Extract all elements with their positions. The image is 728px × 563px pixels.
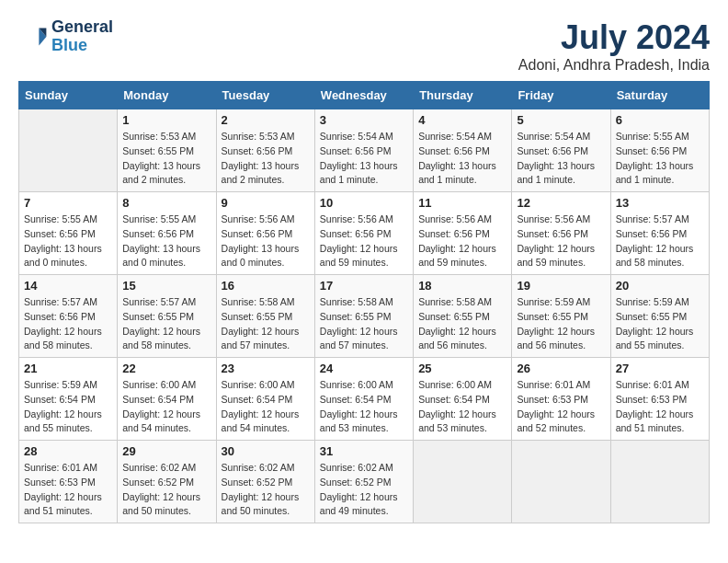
calendar-cell: 31Sunrise: 6:02 AM Sunset: 6:52 PM Dayli… (314, 441, 413, 523)
calendar-cell: 8Sunrise: 5:55 AM Sunset: 6:56 PM Daylig… (118, 192, 216, 275)
day-number: 18 (418, 279, 506, 293)
calendar-header: SundayMondayTuesdayWednesdayThursdayFrid… (19, 82, 710, 109)
day-number: 9 (222, 196, 310, 210)
day-info: Sunrise: 5:58 AM Sunset: 6:55 PM Dayligh… (418, 295, 506, 353)
weekday-row: SundayMondayTuesdayWednesdayThursdayFrid… (19, 82, 710, 109)
day-info: Sunrise: 6:01 AM Sunset: 6:53 PM Dayligh… (24, 461, 112, 519)
day-info: Sunrise: 5:58 AM Sunset: 6:55 PM Dayligh… (222, 295, 310, 353)
calendar-cell: 18Sunrise: 5:58 AM Sunset: 6:55 PM Dayli… (414, 275, 512, 358)
day-info: Sunrise: 5:53 AM Sunset: 6:55 PM Dayligh… (122, 130, 210, 188)
day-number: 20 (616, 279, 704, 293)
calendar-week-row: 28Sunrise: 6:01 AM Sunset: 6:53 PM Dayli… (19, 441, 710, 523)
page-header: General Blue July 2024 Adoni, Andhra Pra… (18, 18, 710, 74)
day-info: Sunrise: 5:55 AM Sunset: 6:56 PM Dayligh… (122, 213, 210, 270)
day-number: 31 (320, 444, 408, 458)
day-number: 19 (517, 279, 605, 293)
day-info: Sunrise: 6:02 AM Sunset: 6:52 PM Dayligh… (320, 461, 408, 519)
weekday-header: Saturday (610, 82, 709, 109)
day-info: Sunrise: 6:00 AM Sunset: 6:54 PM Dayligh… (418, 378, 506, 436)
day-info: Sunrise: 5:58 AM Sunset: 6:55 PM Dayligh… (320, 295, 408, 353)
day-info: Sunrise: 6:01 AM Sunset: 6:53 PM Dayligh… (517, 378, 605, 436)
calendar-cell: 22Sunrise: 6:00 AM Sunset: 6:54 PM Dayli… (118, 358, 216, 441)
calendar-cell: 9Sunrise: 5:56 AM Sunset: 6:56 PM Daylig… (216, 192, 314, 275)
day-number: 4 (418, 113, 506, 127)
day-info: Sunrise: 6:00 AM Sunset: 6:54 PM Dayligh… (222, 378, 310, 436)
day-info: Sunrise: 5:57 AM Sunset: 6:56 PM Dayligh… (616, 213, 704, 270)
calendar-cell: 26Sunrise: 6:01 AM Sunset: 6:53 PM Dayli… (512, 358, 610, 441)
day-number: 13 (616, 196, 704, 210)
calendar-cell: 1Sunrise: 5:53 AM Sunset: 6:55 PM Daylig… (118, 109, 216, 192)
weekday-header: Thursday (414, 82, 512, 109)
day-info: Sunrise: 5:56 AM Sunset: 6:56 PM Dayligh… (418, 213, 506, 270)
calendar-cell: 12Sunrise: 5:56 AM Sunset: 6:56 PM Dayli… (512, 192, 610, 275)
weekday-header: Monday (118, 82, 216, 109)
calendar-cell: 27Sunrise: 6:01 AM Sunset: 6:53 PM Dayli… (610, 358, 709, 441)
day-info: Sunrise: 6:02 AM Sunset: 6:52 PM Dayligh… (122, 461, 210, 519)
day-info: Sunrise: 5:54 AM Sunset: 6:56 PM Dayligh… (418, 130, 506, 188)
month-title: July 2024 (518, 18, 710, 57)
day-info: Sunrise: 5:56 AM Sunset: 6:56 PM Dayligh… (222, 213, 310, 270)
calendar-cell: 7Sunrise: 5:55 AM Sunset: 6:56 PM Daylig… (19, 192, 118, 275)
day-number: 8 (122, 196, 210, 210)
calendar-week-row: 14Sunrise: 5:57 AM Sunset: 6:56 PM Dayli… (19, 275, 710, 358)
day-info: Sunrise: 5:53 AM Sunset: 6:56 PM Dayligh… (222, 130, 310, 188)
day-number: 12 (517, 196, 605, 210)
day-number: 25 (418, 362, 506, 375)
day-number: 16 (222, 279, 310, 293)
day-info: Sunrise: 6:00 AM Sunset: 6:54 PM Dayligh… (320, 378, 408, 436)
calendar-cell: 11Sunrise: 5:56 AM Sunset: 6:56 PM Dayli… (414, 192, 512, 275)
logo: General Blue (18, 18, 113, 55)
day-number: 7 (24, 196, 112, 210)
day-info: Sunrise: 5:59 AM Sunset: 6:55 PM Dayligh… (517, 295, 605, 353)
day-number: 5 (517, 113, 605, 127)
day-info: Sunrise: 5:54 AM Sunset: 6:56 PM Dayligh… (320, 130, 408, 188)
logo-icon (18, 22, 48, 52)
calendar-week-row: 7Sunrise: 5:55 AM Sunset: 6:56 PM Daylig… (19, 192, 710, 275)
calendar-cell: 5Sunrise: 5:54 AM Sunset: 6:56 PM Daylig… (512, 109, 610, 192)
day-info: Sunrise: 5:56 AM Sunset: 6:56 PM Dayligh… (320, 213, 408, 270)
calendar-body: 1Sunrise: 5:53 AM Sunset: 6:55 PM Daylig… (19, 109, 710, 523)
calendar-cell: 6Sunrise: 5:55 AM Sunset: 6:56 PM Daylig… (610, 109, 709, 192)
calendar-week-row: 21Sunrise: 5:59 AM Sunset: 6:54 PM Dayli… (19, 358, 710, 441)
day-number: 28 (24, 444, 112, 458)
day-number: 17 (320, 279, 408, 293)
day-number: 29 (122, 444, 210, 458)
day-info: Sunrise: 6:01 AM Sunset: 6:53 PM Dayligh… (616, 378, 704, 436)
calendar-cell: 3Sunrise: 5:54 AM Sunset: 6:56 PM Daylig… (314, 109, 413, 192)
day-info: Sunrise: 6:00 AM Sunset: 6:54 PM Dayligh… (122, 378, 210, 436)
calendar-cell: 19Sunrise: 5:59 AM Sunset: 6:55 PM Dayli… (512, 275, 610, 358)
day-number: 1 (122, 113, 210, 127)
calendar-cell (512, 441, 610, 523)
day-number: 3 (320, 113, 408, 127)
day-info: Sunrise: 5:55 AM Sunset: 6:56 PM Dayligh… (616, 130, 704, 188)
logo-text: General Blue (51, 18, 113, 55)
day-info: Sunrise: 5:59 AM Sunset: 6:54 PM Dayligh… (24, 378, 112, 436)
calendar-cell: 30Sunrise: 6:02 AM Sunset: 6:52 PM Dayli… (216, 441, 314, 523)
day-info: Sunrise: 5:54 AM Sunset: 6:56 PM Dayligh… (517, 130, 605, 188)
calendar-cell: 29Sunrise: 6:02 AM Sunset: 6:52 PM Dayli… (118, 441, 216, 523)
location: Adoni, Andhra Pradesh, India (518, 57, 710, 74)
day-info: Sunrise: 5:56 AM Sunset: 6:56 PM Dayligh… (517, 213, 605, 270)
calendar-cell: 10Sunrise: 5:56 AM Sunset: 6:56 PM Dayli… (314, 192, 413, 275)
calendar-cell (414, 441, 512, 523)
weekday-header: Friday (512, 82, 610, 109)
day-number: 26 (517, 362, 605, 375)
weekday-header: Sunday (19, 82, 118, 109)
day-info: Sunrise: 5:57 AM Sunset: 6:55 PM Dayligh… (122, 295, 210, 353)
day-info: Sunrise: 5:57 AM Sunset: 6:56 PM Dayligh… (24, 295, 112, 353)
day-number: 22 (122, 362, 210, 375)
day-number: 30 (222, 444, 310, 458)
calendar-cell: 21Sunrise: 5:59 AM Sunset: 6:54 PM Dayli… (19, 358, 118, 441)
calendar-cell: 15Sunrise: 5:57 AM Sunset: 6:55 PM Dayli… (118, 275, 216, 358)
calendar-cell: 20Sunrise: 5:59 AM Sunset: 6:55 PM Dayli… (610, 275, 709, 358)
day-info: Sunrise: 5:55 AM Sunset: 6:56 PM Dayligh… (24, 213, 112, 270)
calendar-week-row: 1Sunrise: 5:53 AM Sunset: 6:55 PM Daylig… (19, 109, 710, 192)
calendar-cell: 16Sunrise: 5:58 AM Sunset: 6:55 PM Dayli… (216, 275, 314, 358)
day-number: 24 (320, 362, 408, 375)
day-number: 27 (616, 362, 704, 375)
calendar-cell: 13Sunrise: 5:57 AM Sunset: 6:56 PM Dayli… (610, 192, 709, 275)
weekday-header: Tuesday (216, 82, 314, 109)
calendar-table: SundayMondayTuesdayWednesdayThursdayFrid… (18, 81, 710, 523)
day-number: 21 (24, 362, 112, 375)
calendar-cell: 2Sunrise: 5:53 AM Sunset: 6:56 PM Daylig… (216, 109, 314, 192)
